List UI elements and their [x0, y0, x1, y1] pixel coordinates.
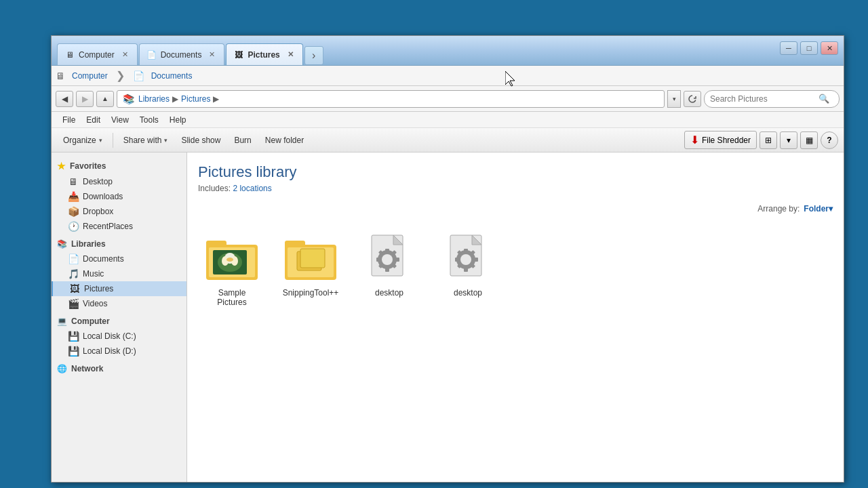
file-area: Pictures library Includes: 2 locations A… — [187, 152, 844, 482]
favorites-header[interactable]: ★ Favorites — [52, 158, 186, 174]
refresh-button[interactable] — [684, 91, 701, 107]
arrange-dropdown[interactable]: Folder ▾ — [804, 204, 833, 214]
tab-documents[interactable]: 📄 Documents ✕ — [139, 43, 225, 65]
sidebar-section-computer: 💻 Computer 💾 Local Disk (C:) 💾 Local Dis… — [52, 314, 186, 359]
search-input[interactable] — [710, 94, 818, 104]
tab-pictures[interactable]: 🖼 Pictures ✕ — [226, 43, 302, 65]
sidebar-item-desktop[interactable]: 🖥 Desktop — [52, 174, 186, 189]
sidebar-item-downloads[interactable]: 📥 Downloads — [52, 189, 186, 204]
search-icon[interactable]: 🔍 — [818, 94, 829, 104]
details-pane-button[interactable]: ▦ — [800, 131, 818, 149]
new-tab-button[interactable]: › — [304, 46, 323, 65]
menu-help[interactable]: Help — [164, 114, 192, 126]
help-button[interactable]: ? — [821, 131, 838, 149]
breadcrumb-dropdown-button[interactable]: ▾ — [667, 90, 681, 108]
search-box[interactable]: 🔍 — [704, 90, 840, 108]
documents-tab-icon: 📄 — [146, 49, 157, 60]
file-item-desktop-1[interactable]: desktop — [355, 224, 423, 312]
sidebar-item-pictures[interactable]: 🖼 Pictures — [52, 281, 186, 296]
videos-icon: 🎬 — [68, 298, 79, 309]
tab-computer-close[interactable]: ✕ — [120, 49, 130, 60]
slide-show-button[interactable]: Slide show — [175, 131, 226, 150]
path-folder-icon: 📚 — [123, 94, 134, 104]
menu-file[interactable]: File — [57, 114, 81, 126]
sidebar-item-local-d[interactable]: 💾 Local Disk (D:) — [52, 344, 186, 359]
computer-tab-icon: 🖥 — [64, 49, 75, 60]
sidebar-section-favorites: ★ Favorites 🖥 Desktop 📥 Downloads 📦 Drop… — [52, 158, 186, 234]
nav-documents-label[interactable]: Documents — [151, 71, 193, 81]
snippingtool-icon — [283, 230, 338, 284]
svg-rect-31 — [464, 268, 468, 272]
desktop-1-label: desktop — [375, 288, 403, 298]
network-label: Network — [71, 364, 103, 373]
maximize-button[interactable]: □ — [800, 41, 818, 55]
tab-computer[interactable]: 🖥 Computer ✕ — [57, 43, 138, 65]
arrange-by-label: Arrange by: — [757, 204, 800, 214]
file-item-snippingtool[interactable]: SnippingTool++ — [277, 224, 344, 312]
nav-computer-label[interactable]: Computer — [72, 71, 108, 81]
recentplaces-icon: 🕐 — [68, 221, 79, 232]
includes-label: Includes: — [198, 184, 231, 193]
sidebar-item-music[interactable]: 🎵 Music — [52, 266, 186, 281]
svg-rect-18 — [385, 249, 389, 253]
view-arrow-button[interactable]: ▾ — [780, 131, 797, 149]
sidebar-item-dropbox[interactable]: 📦 Dropbox — [52, 204, 186, 219]
organize-button[interactable]: Organize ▾ — [57, 131, 108, 150]
close-button[interactable]: ✕ — [821, 41, 838, 55]
desktop-file-2-icon — [441, 230, 495, 284]
computer-header[interactable]: 💻 Computer — [52, 314, 186, 329]
forward-button[interactable]: ▶ — [76, 91, 94, 107]
share-with-button[interactable]: Share with ▾ — [117, 131, 174, 150]
breadcrumb-pictures[interactable]: Pictures — [181, 94, 210, 104]
svg-rect-32 — [455, 258, 459, 262]
burn-label: Burn — [234, 136, 251, 145]
sidebar-recentplaces-label: RecentPlaces — [83, 222, 133, 231]
menu-bar: File Edit View Tools Help — [52, 112, 844, 128]
sidebar-item-recentplaces[interactable]: 🕐 RecentPlaces — [52, 219, 186, 234]
sidebar-videos-label: Videos — [83, 299, 107, 308]
view-options-button[interactable]: ⊞ — [760, 131, 777, 149]
menu-view[interactable]: View — [106, 114, 134, 126]
menu-edit[interactable]: Edit — [81, 114, 106, 126]
network-header[interactable]: 🌐 Network — [52, 361, 186, 376]
share-with-arrow: ▾ — [164, 137, 167, 144]
arrange-by-value: Folder — [804, 204, 829, 214]
toolbar-right: ⬇ File Shredder ⊞ ▾ ▦ ? — [684, 131, 838, 149]
svg-rect-20 — [376, 258, 380, 262]
tab-pictures-close[interactable]: ✕ — [285, 49, 296, 60]
svg-rect-13 — [300, 249, 325, 268]
menu-tools[interactable]: Tools — [134, 114, 164, 126]
svg-point-29 — [460, 254, 471, 265]
tab-documents-close[interactable]: ✕ — [207, 49, 217, 60]
back-button[interactable]: ◀ — [56, 91, 73, 107]
sidebar-lib-documents-label: Documents — [83, 254, 124, 264]
burn-button[interactable]: Burn — [228, 131, 257, 150]
file-item-desktop-2[interactable]: desktop — [434, 224, 502, 312]
sample-pictures-icon — [205, 230, 259, 284]
favorites-label: Favorites — [70, 161, 106, 171]
libraries-header[interactable]: 📚 Libraries — [52, 237, 186, 251]
arrange-dropdown-arrow: ▾ — [829, 204, 833, 214]
svg-point-8 — [226, 258, 233, 262]
arrange-row: Arrange by: Folder ▾ — [198, 204, 833, 214]
downloads-icon: 📥 — [68, 191, 79, 202]
sidebar-item-documents[interactable]: 📄 Documents — [52, 251, 186, 266]
window-controls: ─ □ ✕ — [780, 41, 838, 55]
sidebar-item-videos[interactable]: 🎬 Videos — [52, 296, 186, 311]
sidebar: ★ Favorites 🖥 Desktop 📥 Downloads 📦 Drop… — [52, 152, 187, 482]
tab-computer-label: Computer — [79, 50, 115, 60]
dropbox-icon: 📦 — [68, 206, 79, 217]
file-shredder-button[interactable]: ⬇ File Shredder — [684, 131, 757, 149]
quick-nav-row: 🖥 Computer ❯ 📄 Documents — [52, 66, 844, 86]
new-folder-button[interactable]: New folder — [259, 131, 310, 150]
window: ─ □ ✕ 🖥 Computer ✕ 📄 Documents ✕ 🖼 Pictu… — [51, 35, 844, 483]
sidebar-local-d-label: Local Disk (D:) — [83, 346, 136, 356]
desktop-2-label: desktop — [454, 288, 482, 298]
up-button[interactable]: ▲ — [96, 91, 114, 107]
locations-link[interactable]: 2 locations — [233, 184, 271, 193]
network-icon: 🌐 — [57, 364, 67, 373]
breadcrumb-libraries[interactable]: Libraries — [138, 94, 170, 104]
sidebar-item-local-c[interactable]: 💾 Local Disk (C:) — [52, 329, 186, 344]
minimize-button[interactable]: ─ — [780, 41, 797, 55]
file-item-sample-pictures[interactable]: Sample Pictures — [198, 224, 266, 312]
